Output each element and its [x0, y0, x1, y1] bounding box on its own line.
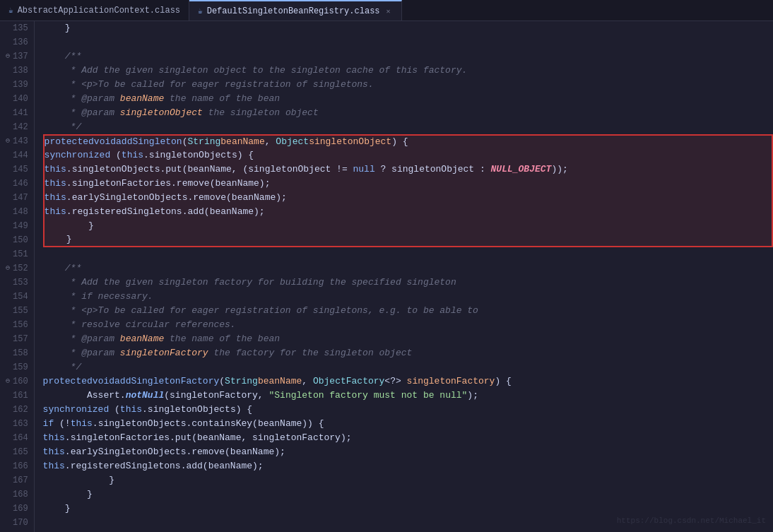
code-line: if (!this.singletonObjects.containsKey(b…: [43, 417, 773, 431]
line-num-text: 164: [13, 431, 28, 445]
line-num-text: 169: [13, 502, 28, 516]
tab-bar: ☕ AbstractApplicationContext.class ☕ Def…: [0, 0, 773, 21]
code-line: * <p>To be called for eager registration…: [43, 78, 773, 92]
line-num-text: 153: [13, 276, 28, 290]
tab-default-singleton-bean-registry[interactable]: ☕ DefaultSingletonBeanRegistry.class ✕: [189, 0, 402, 20]
line-number: 140: [3, 92, 28, 106]
line-number: 149: [3, 219, 28, 233]
tab-label-1: AbstractApplicationContext.class: [18, 6, 180, 16]
line-number: 163: [3, 417, 28, 431]
line-number: 142: [3, 120, 28, 134]
tab-close-button[interactable]: ✕: [384, 6, 393, 16]
code-line: protected void addSingleton(String beanN…: [43, 134, 773, 148]
code-line: * if necessary.: [43, 290, 773, 304]
line-num-text: 165: [13, 445, 28, 459]
code-content: } /** * Add the given singleton object t…: [35, 21, 773, 532]
code-line: this.singletonObjects.put(beanName, (sin…: [43, 162, 773, 177]
line-number: 150: [3, 233, 28, 247]
line-num-text: 138: [13, 64, 28, 78]
line-number: 168: [3, 487, 28, 502]
line-num-text: 157: [13, 332, 28, 346]
code-line: synchronized (this.singletonObjects) {: [43, 403, 773, 417]
fold-icon-open[interactable]: ⊖: [3, 134, 10, 148]
line-num-text: 168: [13, 487, 28, 502]
line-num-text: 160: [13, 374, 28, 389]
tab-label-2: DefaultSingletonBeanRegistry.class: [207, 6, 380, 16]
line-num-text: 162: [13, 403, 28, 417]
line-num-text: 147: [13, 191, 28, 205]
code-line: * @param beanName the name of the bean: [43, 92, 773, 106]
line-num-text: 158: [13, 346, 28, 360]
code-line: /**: [43, 49, 773, 64]
fold-icon-open[interactable]: ⊖: [3, 49, 10, 64]
tab-abstract-application-context[interactable]: ☕ AbstractApplicationContext.class: [0, 0, 189, 20]
line-num-text: 167: [13, 473, 28, 487]
code-line: * @param beanName the name of the bean: [43, 332, 773, 346]
line-number: 147: [3, 191, 28, 205]
line-number: 156: [3, 318, 28, 332]
line-number: ⊖137: [3, 49, 28, 64]
line-number: 161: [3, 389, 28, 403]
code-line: * Add the given singleton object to the …: [43, 64, 773, 78]
line-num-text: 141: [13, 106, 28, 120]
fold-icon-open[interactable]: ⊖: [3, 374, 10, 389]
line-number: 154: [3, 290, 28, 304]
code-line: }: [43, 219, 773, 233]
line-number: 146: [3, 177, 28, 191]
code-line: }: [43, 21, 773, 35]
line-num-text: 139: [13, 78, 28, 92]
line-num-text: 159: [13, 360, 28, 374]
line-num-text: 145: [13, 162, 28, 177]
line-number: 153: [3, 276, 28, 290]
line-num-text: 151: [13, 247, 28, 261]
line-number: 151: [3, 247, 28, 261]
line-num-text: 146: [13, 177, 28, 191]
code-line: this.registeredSingletons.add(beanName);: [43, 459, 773, 473]
code-line: }: [43, 233, 773, 247]
line-num-text: 150: [13, 233, 28, 247]
line-number-gutter: 135136⊖137138139140141142⊖14314414514614…: [0, 21, 35, 532]
line-number: 144: [3, 148, 28, 162]
line-num-text: 154: [13, 290, 28, 304]
line-num-text: 155: [13, 304, 28, 318]
code-line: [43, 35, 773, 49]
line-num-text: 161: [13, 389, 28, 403]
code-line: this.earlySingletonObjects.remove(beanNa…: [43, 191, 773, 205]
code-line: }: [43, 473, 773, 487]
code-line: * @param singletonObject the singleton o…: [43, 106, 773, 120]
fold-icon-open[interactable]: ⊖: [3, 261, 10, 276]
line-number: 157: [3, 332, 28, 346]
line-num-text: 152: [13, 261, 28, 276]
code-line: * resolve circular references.: [43, 318, 773, 332]
line-num-text: 136: [13, 35, 28, 49]
line-number: 139: [3, 78, 28, 92]
line-number: ⊖160: [3, 374, 28, 389]
code-line: /**: [43, 261, 773, 276]
code-line: */: [43, 120, 773, 134]
watermark: https://blog.csdn.net/Michael_it: [617, 516, 766, 525]
line-number: 145: [3, 162, 28, 177]
line-num-text: 163: [13, 417, 28, 431]
line-number: ⊖143: [3, 134, 28, 148]
line-number: 159: [3, 360, 28, 374]
code-line: */: [43, 360, 773, 374]
line-number: 138: [3, 64, 28, 78]
line-num-text: 140: [13, 92, 28, 106]
code-line: this.registeredSingletons.add(beanName);: [43, 205, 773, 219]
line-number: ⊖152: [3, 261, 28, 276]
line-number: 170: [3, 516, 28, 530]
code-line: * <p>To be called for eager registration…: [43, 304, 773, 318]
line-number: 165: [3, 445, 28, 459]
line-number: 169: [3, 502, 28, 516]
code-line: this.earlySingletonObjects.remove(beanNa…: [43, 445, 773, 459]
line-number: 148: [3, 205, 28, 219]
tab-java-icon-1: ☕: [8, 6, 13, 15]
line-number: 166: [3, 459, 28, 473]
line-num-text: 137: [13, 49, 28, 64]
code-line: [43, 247, 773, 261]
code-line: * Add the given singleton factory for bu…: [43, 276, 773, 290]
code-line: }: [43, 487, 773, 502]
code-editor: 135136⊖137138139140141142⊖14314414514614…: [0, 21, 773, 532]
line-num-text: 166: [13, 459, 28, 473]
line-num-text: 149: [13, 219, 28, 233]
